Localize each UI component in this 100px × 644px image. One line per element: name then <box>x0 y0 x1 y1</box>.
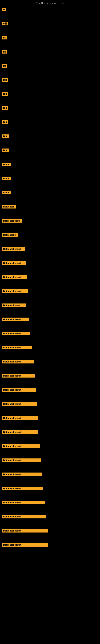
bottleneck-badge: Bottleneck result <box>2 360 34 364</box>
bottleneck-badge: Bottleneck result <box>2 374 35 378</box>
bottleneck-badge: Bottle <box>2 162 11 166</box>
list-item: Bottleneck result <box>2 458 100 472</box>
bottleneck-badge: Bottleneck <box>2 205 16 208</box>
list-item: Bott <box>2 134 100 148</box>
bottleneck-badge: Bottleneck r <box>2 233 18 237</box>
list-item: Bottle <box>2 162 100 177</box>
bottleneck-badge: Bottleneck resu <box>2 304 26 307</box>
list-item: Bottleneck result <box>2 444 100 458</box>
list-item: Bottleneck resu <box>2 304 100 318</box>
list-item: Bottleneck result <box>2 543 100 557</box>
list-item: Bottleneck result <box>2 247 100 261</box>
list-item: B <box>2 22 100 36</box>
bottleneck-badge: Bottle <box>2 177 11 180</box>
bottleneck-badge: Bottle <box>2 191 11 194</box>
list-item: Bott <box>2 148 100 162</box>
bottleneck-badge: Bottleneck result <box>2 458 41 462</box>
list-item: Bot <box>2 120 100 134</box>
list-item: Bot <box>2 106 100 120</box>
list-item: Bottleneck result <box>2 275 100 290</box>
list-item: Bottleneck r <box>2 233 100 247</box>
list-item: Bottleneck result <box>2 332 100 346</box>
list-item: Bottle <box>2 191 100 205</box>
bottleneck-badge: Bott <box>2 148 9 152</box>
list-item: Bottleneck result <box>2 416 100 430</box>
bottleneck-badge: Bottleneck result <box>2 402 37 406</box>
bottleneck-badge: Bottleneck result <box>2 318 29 321</box>
bottleneck-badge: Bottleneck result <box>2 486 43 490</box>
badge-list: BBBoBoBoBotBotBotBotBottBottBottleBottl… <box>0 6 100 557</box>
bottleneck-badge: Bot <box>2 120 8 124</box>
bottleneck-badge: Bo <box>2 64 7 68</box>
bottleneck-badge: Bottleneck result <box>2 261 26 265</box>
list-item: Bottleneck result <box>2 529 100 543</box>
bottleneck-badge: Bottleneck result <box>2 472 42 476</box>
bottleneck-badge: Bottleneck result <box>2 275 27 279</box>
list-item: Bottleneck resu <box>2 219 100 233</box>
bottleneck-badge: Bottleneck result <box>2 247 25 251</box>
bottleneck-badge: Bot <box>2 92 8 96</box>
list-item: Bottleneck result <box>2 486 100 501</box>
bottleneck-badge: Bottleneck resu <box>2 219 22 222</box>
bottleneck-badge: Bot <box>2 106 8 110</box>
list-item: Bottleneck result <box>2 374 100 388</box>
list-item: Bottleneck result <box>2 501 100 515</box>
bottleneck-badge: Bo <box>2 36 7 40</box>
list-item: Bottleneck result <box>2 402 100 416</box>
list-item: Bottleneck result <box>2 360 100 374</box>
list-item: Bottleneck result <box>2 430 100 444</box>
bottleneck-badge: B <box>2 22 8 25</box>
list-item: Bottleneck result <box>2 388 100 402</box>
list-item: Bo <box>2 64 100 78</box>
bottleneck-badge: Bo <box>2 50 7 54</box>
site-title: TheBottlenecker.com <box>0 0 100 6</box>
bottleneck-badge: B <box>2 8 6 11</box>
bottleneck-badge: Bottleneck result <box>2 346 32 349</box>
list-item: Bottleneck result <box>2 346 100 360</box>
bottleneck-badge: Bottleneck result <box>2 444 40 448</box>
bottleneck-badge: Bottleneck result <box>2 290 28 293</box>
bottleneck-badge: Bottleneck result <box>2 416 38 420</box>
list-item: Bot <box>2 78 100 92</box>
bottleneck-badge: Bottleneck result <box>2 388 36 392</box>
bottleneck-badge: Bott <box>2 134 9 138</box>
list-item: Bottleneck result <box>2 290 100 304</box>
list-item: Bottleneck result <box>2 318 100 332</box>
bottleneck-badge: Bottleneck result <box>2 529 48 532</box>
list-item: Bo <box>2 50 100 64</box>
list-item: Bottleneck result <box>2 515 100 529</box>
bottleneck-badge: Bottleneck result <box>2 501 45 504</box>
list-item: Bottleneck result <box>2 472 100 486</box>
list-item: Bottleneck result <box>2 261 100 275</box>
list-item: Bo <box>2 36 100 50</box>
bottleneck-badge: Bottleneck result <box>2 430 38 434</box>
bottleneck-badge: Bottleneck result <box>2 332 30 335</box>
list-item: Bot <box>2 92 100 106</box>
list-item: Bottleneck <box>2 205 100 219</box>
bottleneck-badge: Bottleneck result <box>2 515 47 518</box>
bottleneck-badge: Bottleneck result <box>2 543 48 546</box>
list-item: B <box>2 8 100 22</box>
bottleneck-badge: Bot <box>2 78 8 82</box>
list-item: Bottle <box>2 177 100 191</box>
